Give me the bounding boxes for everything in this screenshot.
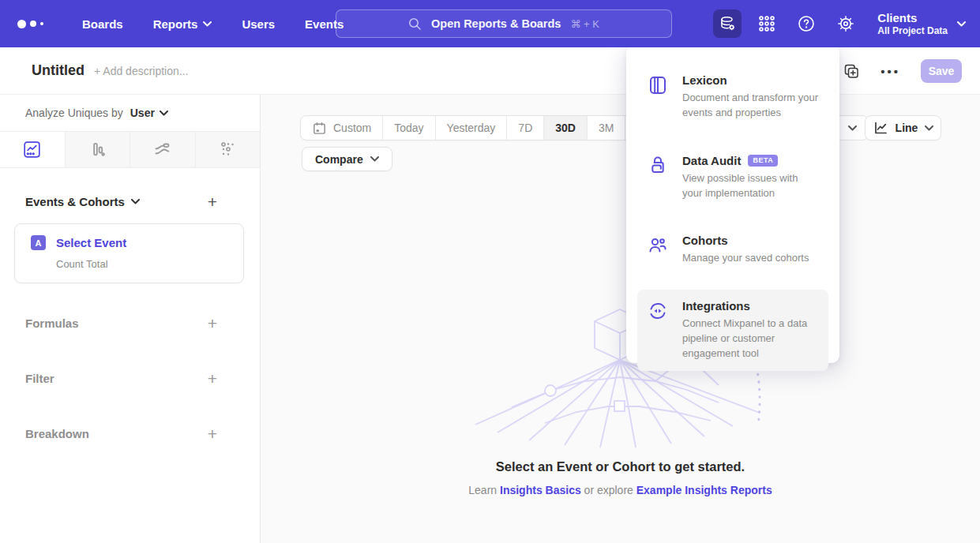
apps-grid-button[interactable] bbox=[753, 9, 781, 38]
date-range-control: Custom Today Yesterday 7D 30D 3M 6M bbox=[300, 115, 664, 140]
date-range-custom[interactable]: Custom bbox=[301, 116, 383, 140]
tab-retention[interactable] bbox=[196, 132, 261, 167]
duplicate-button[interactable] bbox=[843, 63, 860, 80]
event-aggregation[interactable]: Count Total bbox=[56, 258, 243, 270]
project-scope: All Project Data bbox=[877, 25, 948, 36]
empty-state-links: Learn Insights Basics or explore Example… bbox=[261, 484, 980, 496]
filter-header: Filter bbox=[25, 372, 54, 385]
select-event-button[interactable]: Select Event bbox=[56, 236, 126, 249]
events-cohorts-header[interactable]: Events & Cohorts bbox=[25, 195, 140, 208]
analyze-value-dropdown[interactable]: User bbox=[130, 107, 168, 119]
beta-badge: BETA bbox=[748, 155, 778, 167]
chart-type-label: Line bbox=[896, 122, 918, 134]
lock-spiral-icon bbox=[648, 154, 668, 201]
breakdown-header: Breakdown bbox=[25, 427, 89, 440]
query-sidebar: Analyze Uniques by User bbox=[0, 95, 261, 543]
event-row-a[interactable]: A Select Event Count Total bbox=[14, 223, 244, 283]
top-navbar: Boards Reports Users Events Open Reports… bbox=[0, 0, 980, 47]
global-search-button[interactable]: Open Reports & Boards ⌘ + K bbox=[336, 9, 672, 38]
analyze-label: Analyze Uniques by bbox=[25, 107, 123, 119]
line-chart-icon bbox=[873, 120, 888, 136]
menu-item-integrations[interactable]: Integrations Connect Mixpanel to a data … bbox=[637, 290, 828, 371]
add-description-field[interactable]: + Add description... bbox=[94, 65, 188, 77]
example-reports-link[interactable]: Example Insights Reports bbox=[636, 484, 772, 496]
chevron-down-icon bbox=[370, 156, 379, 162]
help-button[interactable] bbox=[792, 9, 820, 38]
project-name: Clients bbox=[877, 11, 948, 26]
event-letter-badge: A bbox=[31, 235, 46, 250]
question-circle-icon bbox=[797, 14, 816, 33]
insights-basics-link[interactable]: Insights Basics bbox=[500, 484, 581, 496]
menu-item-data-audit[interactable]: Data Audit BETA View possible issues wit… bbox=[637, 144, 828, 211]
analyze-row: Analyze Uniques by User bbox=[0, 95, 260, 131]
line-chart-box-icon bbox=[23, 140, 41, 159]
add-formula-button[interactable]: + bbox=[208, 315, 217, 331]
chevron-down-icon bbox=[131, 199, 140, 204]
chevron-down-icon bbox=[848, 125, 857, 131]
gear-icon bbox=[836, 14, 855, 33]
bar-chart-icon bbox=[88, 140, 107, 159]
compare-dropdown[interactable]: Compare bbox=[302, 147, 392, 171]
report-title[interactable]: Untitled bbox=[32, 62, 84, 79]
chart-type-dropdown[interactable]: Line bbox=[865, 115, 941, 140]
chevron-down-icon bbox=[203, 21, 212, 27]
add-event-button[interactable]: + bbox=[208, 193, 217, 210]
chevron-down-icon bbox=[957, 21, 966, 27]
date-range-yesterday[interactable]: Yesterday bbox=[436, 116, 508, 140]
data-management-button[interactable] bbox=[713, 9, 742, 38]
calendar-icon bbox=[312, 121, 327, 136]
date-range-7d[interactable]: 7D bbox=[507, 116, 544, 140]
chevron-down-icon bbox=[925, 125, 933, 131]
project-switcher[interactable]: Clients All Project Data bbox=[877, 11, 966, 37]
mixpanel-logo-icon[interactable] bbox=[17, 20, 52, 28]
sync-arrows-icon bbox=[648, 299, 668, 361]
copy-plus-icon bbox=[843, 63, 860, 80]
search-icon bbox=[408, 17, 422, 31]
empty-state-title: Select an Event or Cohort to get started… bbox=[261, 459, 980, 474]
database-gear-icon bbox=[718, 14, 737, 33]
scatter-dots-icon bbox=[219, 140, 237, 159]
tab-insights[interactable] bbox=[0, 132, 66, 167]
more-actions-button[interactable]: ••• bbox=[880, 65, 900, 78]
report-type-tabs bbox=[0, 131, 260, 168]
date-range-3m[interactable]: 3M bbox=[588, 116, 625, 140]
grid-dots-icon bbox=[758, 15, 775, 32]
chevron-down-icon bbox=[160, 110, 168, 116]
tab-flows[interactable] bbox=[130, 132, 196, 167]
data-management-menu: Lexicon Document and transform your even… bbox=[626, 45, 839, 363]
date-range-today[interactable]: Today bbox=[383, 116, 435, 140]
people-icon bbox=[648, 234, 668, 266]
tab-funnels[interactable] bbox=[66, 132, 131, 167]
save-button[interactable]: Save bbox=[921, 59, 962, 83]
search-label: Open Reports & Boards bbox=[431, 17, 561, 30]
flow-waves-icon bbox=[153, 140, 171, 159]
nav-reports[interactable]: Reports bbox=[153, 17, 212, 31]
search-shortcut: ⌘ + K bbox=[570, 18, 599, 30]
formulas-header: Formulas bbox=[25, 316, 79, 330]
nav-users[interactable]: Users bbox=[242, 17, 275, 31]
add-filter-button[interactable]: + bbox=[208, 370, 217, 387]
date-range-30d[interactable]: 30D bbox=[544, 116, 588, 140]
add-breakdown-button[interactable]: + bbox=[208, 425, 217, 442]
menu-item-lexicon[interactable]: Lexicon Document and transform your even… bbox=[637, 64, 828, 130]
settings-button[interactable] bbox=[832, 9, 860, 38]
nav-boards[interactable]: Boards bbox=[82, 17, 123, 31]
book-icon bbox=[648, 73, 668, 121]
menu-item-cohorts[interactable]: Cohorts Manage your saved cohorts bbox=[637, 224, 828, 275]
